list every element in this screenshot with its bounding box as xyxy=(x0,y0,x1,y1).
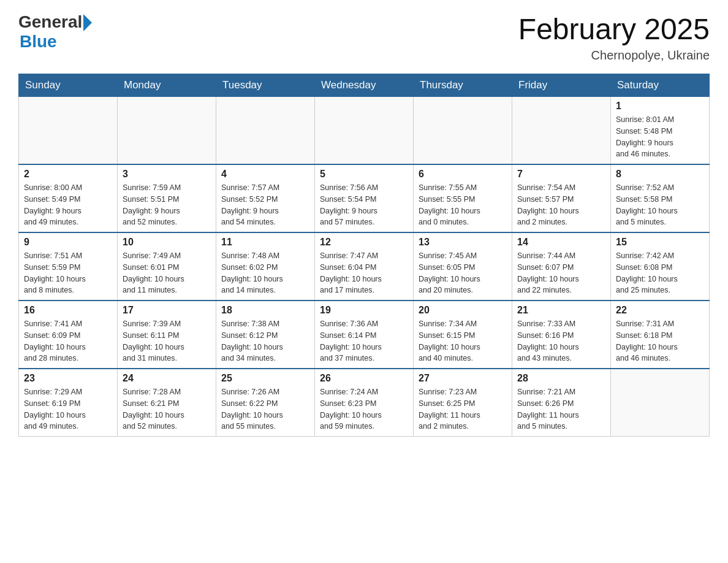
day-number: 16 xyxy=(24,305,112,316)
logo-blue-text: Blue xyxy=(20,32,92,52)
calendar-cell: 27Sunrise: 7:23 AMSunset: 6:25 PMDayligh… xyxy=(414,369,512,437)
day-info: Sunrise: 8:00 AMSunset: 5:49 PMDaylight:… xyxy=(24,182,112,228)
day-number: 9 xyxy=(24,237,112,248)
day-info: Sunrise: 7:42 AMSunset: 6:08 PMDaylight:… xyxy=(616,250,704,296)
day-number: 5 xyxy=(320,169,408,180)
calendar-cell: 13Sunrise: 7:45 AMSunset: 6:05 PMDayligh… xyxy=(414,232,512,301)
calendar-cell: 10Sunrise: 7:49 AMSunset: 6:01 PMDayligh… xyxy=(118,232,216,301)
day-number: 28 xyxy=(517,373,605,384)
day-number: 11 xyxy=(221,237,309,248)
calendar-cell: 25Sunrise: 7:26 AMSunset: 6:22 PMDayligh… xyxy=(216,369,315,437)
calendar-cell: 19Sunrise: 7:36 AMSunset: 6:14 PMDayligh… xyxy=(315,301,414,369)
day-number: 24 xyxy=(123,373,211,384)
day-info: Sunrise: 7:29 AMSunset: 6:19 PMDaylight:… xyxy=(24,386,112,432)
day-info: Sunrise: 7:23 AMSunset: 6:25 PMDaylight:… xyxy=(419,386,507,432)
calendar-cell: 28Sunrise: 7:21 AMSunset: 6:26 PMDayligh… xyxy=(512,369,611,437)
calendar-cell: 9Sunrise: 7:51 AMSunset: 5:59 PMDaylight… xyxy=(19,232,118,301)
day-number: 3 xyxy=(123,169,211,180)
day-info: Sunrise: 7:57 AMSunset: 5:52 PMDaylight:… xyxy=(221,182,309,228)
calendar-cell: 16Sunrise: 7:41 AMSunset: 6:09 PMDayligh… xyxy=(19,301,118,369)
day-number: 13 xyxy=(419,237,507,248)
day-info: Sunrise: 7:47 AMSunset: 6:04 PMDaylight:… xyxy=(320,250,408,296)
day-info: Sunrise: 7:24 AMSunset: 6:23 PMDaylight:… xyxy=(320,386,408,432)
week-row-4: 16Sunrise: 7:41 AMSunset: 6:09 PMDayligh… xyxy=(19,301,710,369)
calendar-cell: 14Sunrise: 7:44 AMSunset: 6:07 PMDayligh… xyxy=(512,232,611,301)
calendar-title: February 2025 xyxy=(518,12,710,46)
day-number: 2 xyxy=(24,169,112,180)
day-info: Sunrise: 7:21 AMSunset: 6:26 PMDaylight:… xyxy=(517,386,605,432)
day-number: 26 xyxy=(320,373,408,384)
calendar-cell xyxy=(315,97,414,165)
day-number: 1 xyxy=(616,101,704,112)
day-number: 17 xyxy=(123,305,211,316)
weekday-header-wednesday: Wednesday xyxy=(315,74,414,97)
day-info: Sunrise: 7:59 AMSunset: 5:51 PMDaylight:… xyxy=(123,182,211,228)
day-number: 19 xyxy=(320,305,408,316)
day-info: Sunrise: 7:34 AMSunset: 6:15 PMDaylight:… xyxy=(419,318,507,364)
title-section: February 2025 Chernopolye, Ukraine xyxy=(518,12,710,63)
day-info: Sunrise: 8:01 AMSunset: 5:48 PMDaylight:… xyxy=(616,114,704,160)
calendar-cell xyxy=(216,97,315,165)
calendar-cell: 1Sunrise: 8:01 AMSunset: 5:48 PMDaylight… xyxy=(611,97,710,165)
day-info: Sunrise: 7:39 AMSunset: 6:11 PMDaylight:… xyxy=(123,318,211,364)
day-number: 25 xyxy=(221,373,309,384)
calendar-cell: 2Sunrise: 8:00 AMSunset: 5:49 PMDaylight… xyxy=(19,164,118,232)
day-info: Sunrise: 7:49 AMSunset: 6:01 PMDaylight:… xyxy=(123,250,211,296)
calendar-cell: 3Sunrise: 7:59 AMSunset: 5:51 PMDaylight… xyxy=(118,164,216,232)
day-info: Sunrise: 7:51 AMSunset: 5:59 PMDaylight:… xyxy=(24,250,112,296)
day-info: Sunrise: 7:52 AMSunset: 5:58 PMDaylight:… xyxy=(616,182,704,228)
calendar-cell: 4Sunrise: 7:57 AMSunset: 5:52 PMDaylight… xyxy=(216,164,315,232)
calendar-cell: 8Sunrise: 7:52 AMSunset: 5:58 PMDaylight… xyxy=(611,164,710,232)
calendar-cell: 6Sunrise: 7:55 AMSunset: 5:55 PMDaylight… xyxy=(414,164,512,232)
calendar-cell xyxy=(414,97,512,165)
day-number: 22 xyxy=(616,305,704,316)
day-info: Sunrise: 7:28 AMSunset: 6:21 PMDaylight:… xyxy=(123,386,211,432)
calendar-table: SundayMondayTuesdayWednesdayThursdayFrid… xyxy=(18,74,710,437)
calendar-cell xyxy=(611,369,710,437)
day-info: Sunrise: 7:55 AMSunset: 5:55 PMDaylight:… xyxy=(419,182,507,228)
calendar-cell: 20Sunrise: 7:34 AMSunset: 6:15 PMDayligh… xyxy=(414,301,512,369)
day-info: Sunrise: 7:31 AMSunset: 6:18 PMDaylight:… xyxy=(616,318,704,364)
weekday-header-thursday: Thursday xyxy=(414,74,512,97)
day-info: Sunrise: 7:38 AMSunset: 6:12 PMDaylight:… xyxy=(221,318,309,364)
day-number: 18 xyxy=(221,305,309,316)
calendar-cell: 22Sunrise: 7:31 AMSunset: 6:18 PMDayligh… xyxy=(611,301,710,369)
day-number: 7 xyxy=(517,169,605,180)
calendar-cell: 11Sunrise: 7:48 AMSunset: 6:02 PMDayligh… xyxy=(216,232,315,301)
day-number: 6 xyxy=(419,169,507,180)
weekday-header-row: SundayMondayTuesdayWednesdayThursdayFrid… xyxy=(19,74,710,97)
logo: General Blue xyxy=(18,12,92,52)
day-number: 10 xyxy=(123,237,211,248)
weekday-header-sunday: Sunday xyxy=(19,74,118,97)
day-info: Sunrise: 7:26 AMSunset: 6:22 PMDaylight:… xyxy=(221,386,309,432)
calendar-cell: 17Sunrise: 7:39 AMSunset: 6:11 PMDayligh… xyxy=(118,301,216,369)
day-number: 20 xyxy=(419,305,507,316)
week-row-3: 9Sunrise: 7:51 AMSunset: 5:59 PMDaylight… xyxy=(19,232,710,301)
calendar-cell: 26Sunrise: 7:24 AMSunset: 6:23 PMDayligh… xyxy=(315,369,414,437)
calendar-cell xyxy=(512,97,611,165)
day-info: Sunrise: 7:44 AMSunset: 6:07 PMDaylight:… xyxy=(517,250,605,296)
calendar-cell: 24Sunrise: 7:28 AMSunset: 6:21 PMDayligh… xyxy=(118,369,216,437)
weekday-header-friday: Friday xyxy=(512,74,611,97)
week-row-5: 23Sunrise: 7:29 AMSunset: 6:19 PMDayligh… xyxy=(19,369,710,437)
week-row-1: 1Sunrise: 8:01 AMSunset: 5:48 PMDaylight… xyxy=(19,97,710,165)
weekday-header-saturday: Saturday xyxy=(611,74,710,97)
calendar-cell xyxy=(118,97,216,165)
day-info: Sunrise: 7:56 AMSunset: 5:54 PMDaylight:… xyxy=(320,182,408,228)
weekday-header-tuesday: Tuesday xyxy=(216,74,315,97)
day-number: 15 xyxy=(616,237,704,248)
day-number: 21 xyxy=(517,305,605,316)
day-number: 27 xyxy=(419,373,507,384)
day-number: 4 xyxy=(221,169,309,180)
calendar-cell: 23Sunrise: 7:29 AMSunset: 6:19 PMDayligh… xyxy=(19,369,118,437)
day-info: Sunrise: 7:54 AMSunset: 5:57 PMDaylight:… xyxy=(517,182,605,228)
weekday-header-monday: Monday xyxy=(118,74,216,97)
calendar-cell: 18Sunrise: 7:38 AMSunset: 6:12 PMDayligh… xyxy=(216,301,315,369)
day-info: Sunrise: 7:41 AMSunset: 6:09 PMDaylight:… xyxy=(24,318,112,364)
day-number: 23 xyxy=(24,373,112,384)
day-number: 8 xyxy=(616,169,704,180)
day-info: Sunrise: 7:48 AMSunset: 6:02 PMDaylight:… xyxy=(221,250,309,296)
calendar-cell: 15Sunrise: 7:42 AMSunset: 6:08 PMDayligh… xyxy=(611,232,710,301)
day-info: Sunrise: 7:36 AMSunset: 6:14 PMDaylight:… xyxy=(320,318,408,364)
day-info: Sunrise: 7:33 AMSunset: 6:16 PMDaylight:… xyxy=(517,318,605,364)
